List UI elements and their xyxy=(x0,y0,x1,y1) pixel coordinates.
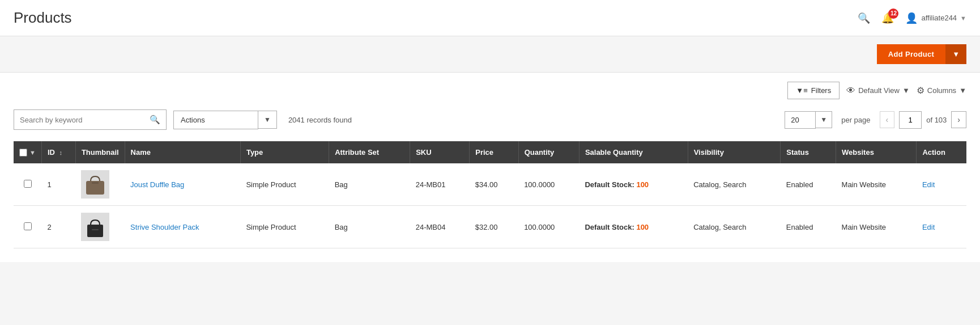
user-menu[interactable]: 👤 affiliate244 ▼ xyxy=(905,12,966,24)
search-input[interactable] xyxy=(14,111,144,129)
svg-rect-2 xyxy=(87,225,103,237)
th-price: Price xyxy=(470,141,518,163)
product-thumbnail-2 xyxy=(81,213,109,241)
row-salable-quantity-1: Default Stock: 100 xyxy=(579,163,688,206)
row-name-2: Strive Shoulder Pack xyxy=(125,206,240,248)
edit-link-2[interactable]: Edit xyxy=(922,223,935,231)
toolbar-area: Add Product ▼ xyxy=(0,36,980,73)
row-checkbox-cell xyxy=(14,163,41,206)
row-sku-2: 24-MB04 xyxy=(410,206,470,248)
default-view-label: Default View xyxy=(858,86,900,95)
table-row: 2 Strive Shoulder Pack Simple Product Ba… xyxy=(14,206,966,248)
next-page-button[interactable]: › xyxy=(951,111,966,128)
salable-stock-value-2: 100 xyxy=(636,223,649,231)
records-count: 2041 records found xyxy=(288,116,352,124)
th-id: ID ↕ xyxy=(41,141,75,163)
select-all-checkbox[interactable] xyxy=(19,149,27,157)
eye-icon: 👁 xyxy=(846,86,855,96)
search-input-wrapper: 🔍 xyxy=(14,109,167,130)
add-product-dropdown-button[interactable]: ▼ xyxy=(945,44,966,64)
row-attribute-set-2: Bag xyxy=(329,206,410,248)
salable-stock-label-1: Default Stock: xyxy=(585,180,634,189)
row-checkbox-2[interactable] xyxy=(24,222,32,230)
th-thumbnail: Thumbnail xyxy=(75,141,125,163)
row-visibility-1: Catalog, Search xyxy=(688,163,781,206)
id-sort-icon[interactable]: ↕ xyxy=(59,149,63,156)
top-header: Products 🔍 🔔 12 👤 affiliate244 ▼ xyxy=(0,0,980,36)
user-name: affiliate244 xyxy=(921,14,957,22)
user-avatar-icon: 👤 xyxy=(905,12,918,24)
previous-page-button[interactable]: ‹ xyxy=(880,111,895,128)
per-page-select[interactable]: 20 30 50 100 200 xyxy=(785,111,816,129)
columns-chevron-icon: ▼ xyxy=(959,86,966,95)
per-page-label: per page xyxy=(841,116,870,124)
page-of-label: of 103 xyxy=(926,116,947,124)
add-product-button[interactable]: Add Product xyxy=(877,44,945,64)
row-salable-quantity-2: Default Stock: 100 xyxy=(579,206,688,248)
row-status-1: Enabled xyxy=(781,163,836,206)
th-checkbox: ▼ xyxy=(14,141,41,163)
row-name-1: Joust Duffle Bag xyxy=(125,163,240,206)
th-visibility: Visibility xyxy=(688,141,781,163)
product-thumbnail-1 xyxy=(81,170,109,199)
edit-link-1[interactable]: Edit xyxy=(922,180,935,189)
actions-select[interactable]: Actions Delete Change Status Update Attr… xyxy=(173,111,258,129)
row-status-2: Enabled xyxy=(781,206,836,248)
products-table: ▼ ID ↕ Thumbnail Name Type Attribute Set… xyxy=(14,141,966,248)
th-status: Status xyxy=(781,141,836,163)
actions-select-wrapper: Actions Delete Change Status Update Attr… xyxy=(173,111,277,129)
filters-label: Filters xyxy=(811,86,831,95)
row-thumbnail-2 xyxy=(75,206,125,248)
search-actions-row: 🔍 Actions Delete Change Status Update At… xyxy=(14,105,966,134)
row-action-1: Edit xyxy=(917,163,966,206)
filter-funnel-icon: ▼≡ xyxy=(796,86,807,95)
user-menu-chevron-icon: ▼ xyxy=(960,15,966,22)
row-price-2: $32.00 xyxy=(470,206,518,248)
row-id-2: 2 xyxy=(41,206,75,248)
gear-icon: ⚙ xyxy=(917,85,924,96)
view-chevron-icon: ▼ xyxy=(902,86,910,95)
row-action-2: Edit xyxy=(917,206,966,248)
th-name: Name xyxy=(125,141,240,163)
th-type: Type xyxy=(240,141,329,163)
svg-rect-3 xyxy=(92,229,99,230)
row-type-1: Simple Product xyxy=(240,163,329,206)
table-header-row: ▼ ID ↕ Thumbnail Name Type Attribute Set… xyxy=(14,141,966,163)
pagination-right: 20 30 50 100 200 ▼ per page ‹ of 103 › xyxy=(785,111,966,129)
per-page-select-wrapper: 20 30 50 100 200 ▼ xyxy=(785,111,832,129)
row-checkbox-cell xyxy=(14,206,41,248)
columns-selector[interactable]: ⚙ Columns ▼ xyxy=(917,85,966,96)
header-search-icon[interactable]: 🔍 xyxy=(858,12,870,24)
th-action: Action xyxy=(917,141,966,163)
th-quantity: Quantity xyxy=(518,141,579,163)
row-websites-2: Main Website xyxy=(836,206,917,248)
svg-rect-1 xyxy=(92,182,99,184)
header-right: 🔍 🔔 12 👤 affiliate244 ▼ xyxy=(858,12,966,24)
product-name-link-1[interactable]: Joust Duffle Bag xyxy=(130,180,184,189)
product-name-link-2[interactable]: Strive Shoulder Pack xyxy=(130,223,199,231)
row-type-2: Simple Product xyxy=(240,206,329,248)
per-page-dropdown-button[interactable]: ▼ xyxy=(816,111,832,128)
filters-button[interactable]: ▼≡ Filters xyxy=(787,82,840,99)
row-checkbox-1[interactable] xyxy=(24,180,32,188)
checkbox-column-dropdown-button[interactable]: ▼ xyxy=(29,149,36,156)
notification-bell[interactable]: 🔔 12 xyxy=(881,12,894,24)
row-websites-1: Main Website xyxy=(836,163,917,206)
row-price-1: $34.00 xyxy=(470,163,518,206)
view-selector[interactable]: 👁 Default View ▼ xyxy=(846,86,910,96)
add-product-btn-wrapper: Add Product ▼ xyxy=(877,44,966,64)
row-quantity-1: 100.0000 xyxy=(518,163,579,206)
filter-bar: ▼≡ Filters 👁 Default View ▼ ⚙ Columns ▼ xyxy=(14,73,966,105)
actions-dropdown-button[interactable]: ▼ xyxy=(258,111,277,129)
page-title: Products xyxy=(14,9,72,27)
th-salable-quantity: Salable Quantity xyxy=(579,141,688,163)
th-attribute-set: Attribute Set xyxy=(329,141,410,163)
current-page-input[interactable] xyxy=(899,111,922,129)
row-quantity-2: 100.0000 xyxy=(518,206,579,248)
search-submit-button[interactable]: 🔍 xyxy=(144,110,166,129)
salable-stock-value-1: 100 xyxy=(636,180,649,189)
columns-label: Columns xyxy=(927,86,956,95)
row-sku-1: 24-MB01 xyxy=(410,163,470,206)
salable-stock-label-2: Default Stock: xyxy=(585,223,634,231)
row-visibility-2: Catalog, Search xyxy=(688,206,781,248)
